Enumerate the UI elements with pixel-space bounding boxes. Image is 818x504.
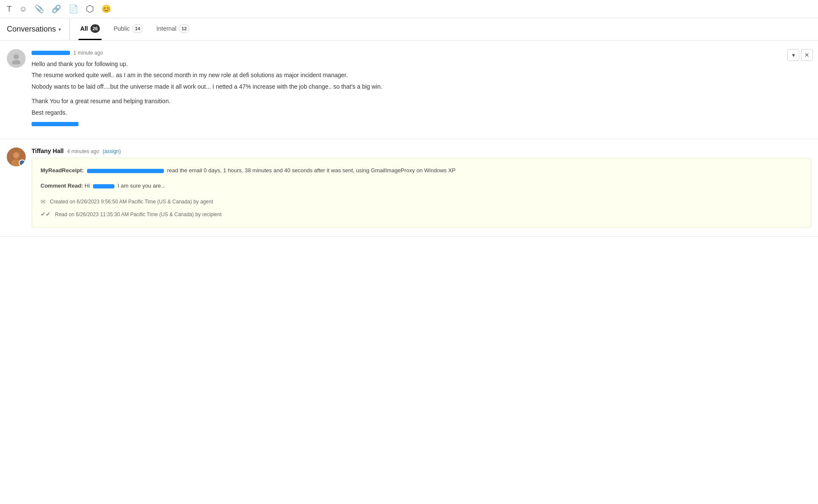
- double-check-icon: ✔✔: [41, 209, 51, 220]
- attachment-icon[interactable]: 📎: [35, 4, 44, 14]
- send-icon: ✉: [41, 197, 46, 207]
- receipt-redacted: [87, 169, 164, 173]
- emoji-icon[interactable]: ☺: [19, 5, 27, 14]
- signature-line-2: Best regards.: [32, 108, 811, 117]
- tab-all[interactable]: All 26: [79, 18, 102, 40]
- time-ago-2: 4 minutes ago: [67, 148, 99, 154]
- message-line-1: Hello and thank you for following up.: [32, 59, 811, 69]
- message-content: 1 minute ago Hello and thank you for fol…: [32, 49, 811, 130]
- avatar: [7, 49, 26, 68]
- sticker-icon[interactable]: 😊: [102, 4, 111, 14]
- signature-name-redacted: [32, 122, 79, 126]
- tab-public[interactable]: Public 14: [112, 18, 144, 40]
- sender-name-tiffany: Tiffany Hall: [32, 148, 64, 154]
- agent-badge: 👤: [19, 159, 26, 166]
- message-text: Hello and thank you for following up. Th…: [32, 59, 811, 128]
- document-icon[interactable]: 📄: [69, 4, 78, 14]
- receipt-meta: ✉ Created on 6/26/2023 9:56:50 AM Pacifi…: [41, 197, 802, 220]
- tab-all-badge: 26: [90, 24, 100, 33]
- toolbar: T ☺ 📎 🔗 📄 ⬡ 😊: [0, 0, 818, 18]
- message-row-2: 👤 Tiffany Hall 4 minutes ago (assign) My…: [0, 139, 818, 237]
- tab-all-label: All: [80, 25, 88, 32]
- comment-read-label: Comment Read:: [41, 182, 83, 189]
- receipt-read-text: Read on 6/26/2023 11:35:30 AM Pacific Ti…: [55, 210, 221, 219]
- message-line-2: The resume worked quite well.. as I am i…: [32, 70, 811, 80]
- avatar-tiffany: 👤: [7, 148, 26, 166]
- text-icon[interactable]: T: [7, 5, 12, 14]
- tab-internal-label: Internal: [157, 25, 177, 32]
- conversations-dropdown[interactable]: Conversations ▾: [7, 18, 70, 40]
- read-receipt-label: MyReadReceipt:: [41, 167, 84, 174]
- messages-area: 1 minute ago Hello and thank you for fol…: [0, 41, 818, 237]
- svg-point-5: [14, 153, 19, 158]
- message-meta-2: Tiffany Hall 4 minutes ago (assign): [32, 148, 811, 154]
- tab-public-badge: 14: [132, 24, 143, 33]
- tabs: All 26 Public 14 Internal 12: [79, 18, 191, 40]
- svg-point-1: [12, 60, 20, 64]
- chevron-down-icon: ▾: [58, 26, 61, 32]
- sender-name: [32, 49, 70, 56]
- tab-public-label: Public: [114, 25, 130, 32]
- signature-line-1: Thank You for a great resume and helping…: [32, 96, 811, 106]
- tab-internal-badge: 12: [179, 24, 189, 33]
- receipt-created-text: Created on 6/26/2023 9:56:50 AM Pacific …: [50, 197, 213, 206]
- tabs-bar: Conversations ▾ All 26 Public 14 Interna…: [0, 18, 818, 41]
- comment-read-line: Comment Read: Hi I am sure you are...: [41, 181, 802, 191]
- tab-internal[interactable]: Internal 12: [155, 18, 191, 40]
- receipt-text: MyReadReceipt: read the email 0 days, 1 …: [41, 166, 802, 175]
- receipt-block: MyReadReceipt: read the email 0 days, 1 …: [32, 158, 811, 228]
- signature-name: [32, 119, 811, 128]
- message-line-3: Nobody wants to be laid off....but the u…: [32, 82, 811, 91]
- message-content-2: Tiffany Hall 4 minutes ago (assign) MyRe…: [32, 148, 811, 228]
- message-meta: 1 minute ago: [32, 49, 811, 56]
- message-actions: ▾ ✕: [787, 49, 813, 61]
- assign-link[interactable]: (assign): [103, 148, 121, 154]
- message-signature: Thank You for a great resume and helping…: [32, 96, 811, 128]
- sender-redacted: [32, 51, 70, 55]
- message-row: 1 minute ago Hello and thank you for fol…: [0, 41, 818, 139]
- close-button[interactable]: ✕: [801, 49, 813, 61]
- link-icon[interactable]: 🔗: [52, 4, 61, 14]
- receipt-read-row: ✔✔ Read on 6/26/2023 11:35:30 AM Pacific…: [41, 209, 802, 220]
- dropbox-icon[interactable]: ⬡: [86, 3, 94, 14]
- receipt-created-row: ✉ Created on 6/26/2023 9:56:50 AM Pacifi…: [41, 197, 802, 207]
- comment-redacted: [93, 184, 114, 188]
- expand-button[interactable]: ▾: [787, 49, 799, 61]
- time-ago: 1 minute ago: [73, 50, 103, 56]
- svg-point-0: [14, 54, 19, 59]
- conversations-label: Conversations: [7, 25, 56, 34]
